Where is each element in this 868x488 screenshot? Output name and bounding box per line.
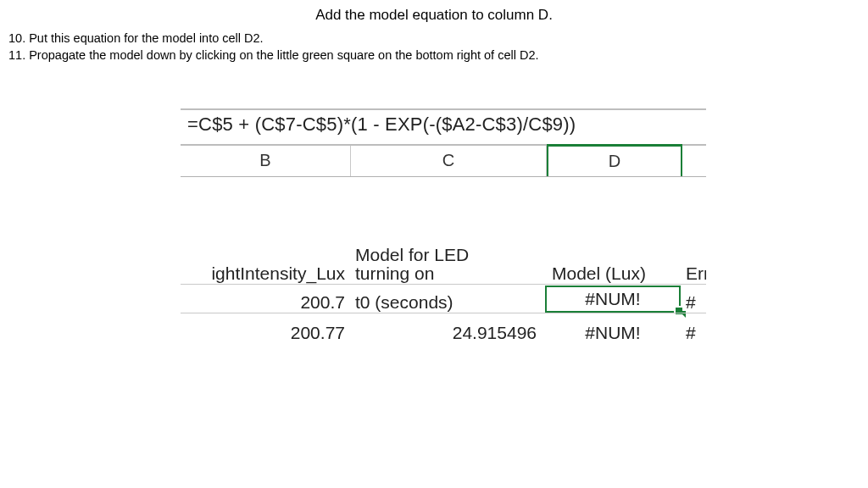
cell-d2[interactable]: #NUM! (545, 286, 681, 313)
cell-d1[interactable]: Model (Lux) (545, 263, 681, 284)
cell-c2[interactable]: t0 (seconds) (350, 292, 545, 313)
column-headers: B C D (181, 146, 706, 177)
fill-handle-icon[interactable] (674, 306, 684, 316)
row-1: ightIntensity_Lux Model for LED turning … (181, 177, 706, 284)
step-10: 10. Put this equation for the model into… (8, 30, 861, 47)
cell-c1-line1: Model for LED (355, 246, 545, 263)
row-divider-2 (181, 313, 706, 313)
step-11: 11. Propagate the model down by clicking… (8, 47, 861, 64)
cell-c1-line2: turning on (355, 263, 434, 283)
formula-text: =C$5 + (C$7-C$5)*(1 - EXP(-($A2-C$3)/C$9… (187, 114, 576, 135)
row-3: 200.77 24.915496 #NUM! # (181, 313, 706, 343)
cell-b1-text: ightIntensity_Lux (211, 263, 345, 283)
cell-e1[interactable]: Err (681, 263, 706, 284)
row-2: 200.7 t0 (seconds) #NUM! # (181, 284, 706, 313)
cell-b2[interactable]: 200.7 (181, 292, 350, 313)
cell-c3[interactable]: 24.915496 (350, 323, 545, 343)
cell-b3[interactable]: 200.77 (181, 323, 350, 343)
selected-cell[interactable]: #NUM! (545, 286, 681, 313)
page-title: Add the model equation to column D. (7, 7, 861, 24)
col-header-d[interactable]: D (547, 144, 682, 176)
formula-bar[interactable]: =C$5 + (C$7-C$5)*(1 - EXP(-($A2-C$3)/C$9… (181, 108, 706, 146)
cell-e2[interactable]: # (681, 292, 706, 313)
cell-e3[interactable]: # (681, 323, 706, 343)
cell-d2-text: #NUM! (585, 289, 640, 309)
grid-body: ightIntensity_Lux Model for LED turning … (181, 177, 706, 343)
cell-c1[interactable]: Model for LED turning on (350, 246, 545, 284)
cell-d3[interactable]: #NUM! (545, 323, 681, 343)
spreadsheet-screenshot: =C$5 + (C$7-C$5)*(1 - EXP(-($A2-C$3)/C$9… (181, 108, 706, 343)
instruction-steps: 10. Put this equation for the model into… (8, 30, 861, 64)
col-header-c[interactable]: C (351, 146, 547, 176)
row-divider-1 (181, 284, 706, 285)
cell-b1[interactable]: ightIntensity_Lux (181, 263, 350, 284)
col-header-b[interactable]: B (181, 146, 351, 176)
col-header-e[interactable] (682, 146, 706, 176)
